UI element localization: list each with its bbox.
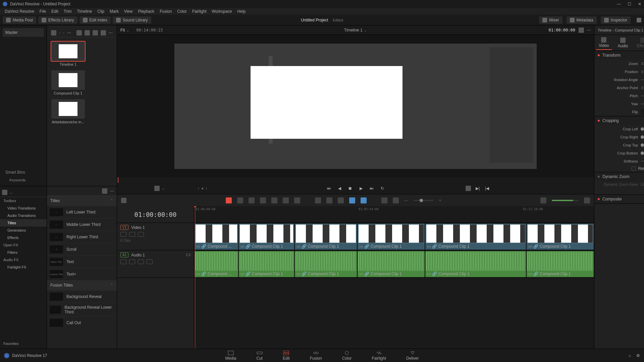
disable-track-icon[interactable]	[138, 232, 144, 237]
video-clip[interactable]: ▭🔗Compound Clip 1	[358, 224, 425, 250]
video-clip[interactable]: ▭🔗Compound Clip 1	[295, 224, 357, 250]
bin-view-icon[interactable]	[51, 30, 56, 36]
prev-frame-button[interactable]: ◀	[337, 186, 342, 191]
fusion-titles-header[interactable]: Fusion Titles⌃	[47, 280, 117, 290]
maximize-button[interactable]: ☐	[628, 2, 631, 6]
auto-select-audio-icon[interactable]	[129, 259, 135, 264]
dim-button[interactable]	[584, 197, 590, 203]
sort-icon[interactable]	[93, 30, 98, 36]
title-scroll[interactable]: ≡Scroll	[47, 243, 117, 255]
fx-options-icon[interactable]: ⋯	[110, 189, 114, 193]
timeline-view-icon[interactable]	[121, 198, 126, 203]
video-clip[interactable]: ▭🔗Compound ...	[195, 224, 238, 250]
minimize-button[interactable]: —	[617, 2, 621, 6]
next-edit-icon[interactable]: ›	[206, 186, 207, 191]
fx-panel-icon[interactable]	[2, 190, 7, 195]
softness-slider[interactable]	[641, 161, 644, 162]
menu-file[interactable]: File	[38, 9, 48, 14]
mixer-tab[interactable]: Mixer	[539, 16, 562, 24]
page-color[interactable]: Color	[342, 351, 352, 361]
sound-library-tab[interactable]: Sound Library	[113, 16, 151, 24]
viewer-scrubber[interactable]	[117, 177, 594, 183]
audio-clip[interactable]: ▭🔗Compound Clip 1	[425, 251, 526, 277]
timeline-ruler[interactable]: 01:00:00:00 01:05:44:00 01:11:28:00	[194, 206, 594, 223]
play-button[interactable]: ▶	[358, 186, 364, 191]
home-icon[interactable]: ⌂	[629, 353, 631, 358]
zoom-slider[interactable]	[414, 200, 434, 201]
metadata-tab[interactable]: Metadata	[567, 16, 597, 24]
audio-track-header[interactable]: A1 Audio 1 2.0	[117, 250, 194, 278]
menu-fusion[interactable]: Fusion	[158, 9, 174, 14]
menu-clip[interactable]: Clip	[95, 9, 106, 14]
title-text-plus[interactable]: Custom TitleText+	[47, 268, 117, 280]
zoom-tool-icon[interactable]	[381, 197, 387, 203]
rotation-slider[interactable]	[641, 79, 644, 80]
mute-icon[interactable]	[147, 259, 153, 264]
thumb-view-icon[interactable]	[85, 30, 90, 36]
lock-track-icon[interactable]	[120, 232, 126, 237]
media-pool-tab[interactable]: Media Pool	[3, 16, 36, 24]
menu-fairlight[interactable]: Fairlight	[190, 9, 209, 14]
keywords-bin[interactable]: Keywords	[3, 177, 44, 183]
options-icon[interactable]: ⋯	[109, 31, 113, 35]
flag-icon[interactable]	[349, 197, 355, 203]
audio-clip[interactable]: ▭🔗Compound Clip 1	[527, 251, 594, 277]
menu-edit[interactable]: Edit	[49, 9, 60, 14]
scrubber-playhead[interactable]	[118, 177, 118, 183]
fusion-callout[interactable]: Call Out	[47, 316, 117, 329]
insp-tab-audio[interactable]: Audio	[615, 36, 631, 50]
link-icon[interactable]	[326, 197, 332, 203]
menu-davinci[interactable]: DaVinci Resolve	[3, 9, 36, 14]
fusion-bg-reveal-lower[interactable]: Background Reveal Lower Third	[47, 303, 117, 316]
prev-edit-icon[interactable]: ‹	[198, 186, 199, 191]
titles-section-header[interactable]: Titles⌃	[47, 196, 117, 206]
composite-header[interactable]: Composite◆↺	[594, 195, 644, 203]
menu-mark[interactable]: Mark	[108, 9, 121, 14]
dynamic-zoom-header[interactable]: Dynamic Zoom↺	[594, 172, 644, 181]
tree-filters[interactable]: Filters	[0, 249, 47, 256]
tree-audio-trans[interactable]: Audio Transitions	[0, 212, 47, 219]
blade-tool[interactable]	[260, 197, 266, 203]
menu-workspace[interactable]: Workspace	[210, 9, 234, 14]
video-clip[interactable]: ▭🔗Compound Clip 1	[425, 224, 526, 250]
pitch-slider[interactable]	[641, 95, 644, 97]
tree-generators[interactable]: Generators	[0, 227, 47, 234]
audio-lane[interactable]: ▭🔗Compound ...▭🔗Compound Clip 1▭🔗Compoun…	[194, 250, 594, 278]
edit-index-tab[interactable]: Edit Index	[79, 16, 111, 24]
clip-arbeitsbereiche[interactable]: Arbeitsbereiche in...	[50, 99, 87, 124]
menu-color[interactable]: Color	[175, 9, 189, 14]
title-right-lower[interactable]: —Right Lower Third	[47, 231, 117, 243]
auto-select-icon[interactable]	[129, 232, 135, 237]
dynamic-trim-tool[interactable]	[249, 197, 255, 203]
ease-dropdown[interactable]: Linear	[641, 182, 644, 187]
tree-titles[interactable]: Titles	[0, 219, 47, 227]
timeline-playhead[interactable]	[195, 206, 195, 349]
video-lane[interactable]: ▭🔗Compound ...▭🔗Compound Clip 1▭🔗Compoun…	[194, 223, 594, 250]
nav-fwd-icon[interactable]: ›	[63, 31, 64, 35]
cropping-header[interactable]: Cropping◆↺	[594, 116, 644, 125]
replace-tool[interactable]	[294, 197, 300, 203]
volume-slider[interactable]	[552, 200, 579, 201]
timeline-tracks[interactable]: 01:00:00:00 01:05:44:00 01:11:28:00 ▭🔗Co…	[194, 206, 594, 349]
bypass-icon[interactable]	[579, 27, 584, 33]
search-icon[interactable]	[101, 30, 106, 36]
audio-clip[interactable]: ▭🔗Compound Clip 1	[239, 251, 294, 277]
insp-tab-effects[interactable]: Effects	[634, 36, 644, 50]
snapping-icon[interactable]	[315, 197, 321, 203]
page-fusion[interactable]: Fusion	[310, 351, 322, 361]
trim-tool[interactable]	[237, 197, 243, 203]
overwrite-tool[interactable]	[283, 197, 289, 203]
a1-badge[interactable]: A1	[120, 252, 128, 257]
marker-icon[interactable]	[361, 197, 367, 203]
video-clip[interactable]: ▭🔗Compound Clip 1	[527, 224, 594, 250]
title-text[interactable]: Basic TitleText	[47, 255, 117, 268]
menu-timeline[interactable]: Timeline	[75, 9, 94, 14]
page-cut[interactable]: Cut	[256, 351, 263, 361]
page-edit[interactable]: Edit	[283, 351, 290, 361]
tree-openfx[interactable]: Open FX	[0, 241, 47, 249]
flip-h-button[interactable]	[641, 109, 644, 115]
zoom-out-icon[interactable]	[393, 197, 399, 203]
settings-icon[interactable]: ⚙	[636, 353, 640, 358]
match-frame-icon[interactable]	[466, 186, 471, 191]
tree-effects[interactable]: Effects	[0, 234, 47, 241]
